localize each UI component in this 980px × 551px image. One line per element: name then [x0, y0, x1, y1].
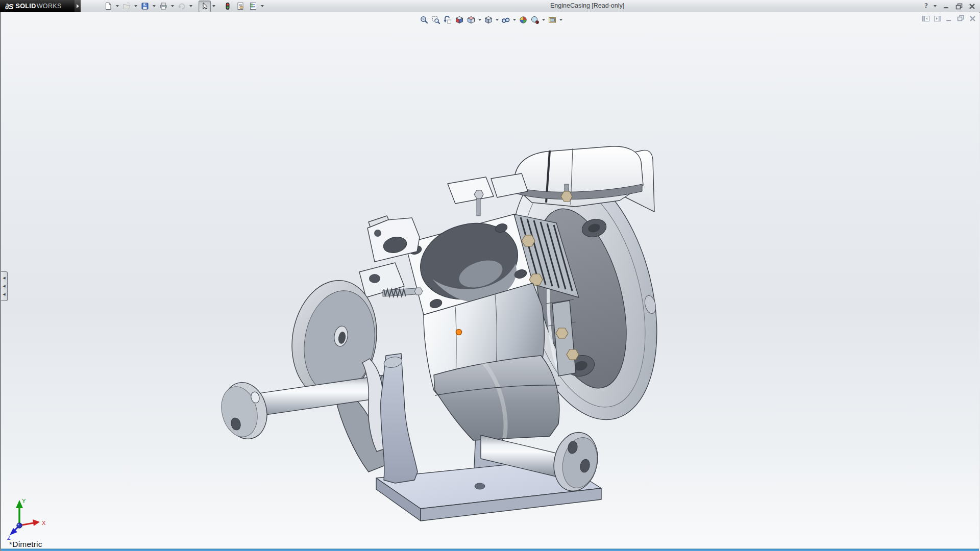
zoom-to-area-icon: [432, 16, 440, 24]
help-dropdown[interactable]: [933, 1, 938, 12]
view-settings-icon: [548, 16, 556, 24]
title-bar: ∂S SOLID WORKS: [0, 0, 980, 13]
ds-logo-mark: ∂S: [5, 2, 13, 11]
rebuild-button[interactable]: [222, 1, 234, 12]
print-dropdown[interactable]: [170, 1, 175, 12]
eyeglasses-icon: [501, 16, 510, 24]
apply-scene-dropdown[interactable]: [541, 15, 546, 24]
options-button[interactable]: [247, 1, 259, 12]
display-style-dropdown[interactable]: [495, 15, 499, 24]
brand-works: WORKS: [37, 3, 62, 10]
section-view-icon: [455, 16, 463, 24]
brand-solid: SOLID: [15, 3, 36, 10]
document-title: EngineCasing [Read-only]: [550, 2, 624, 9]
feature-pane-collapsed-tab[interactable]: ◀ ◀ ◀: [1, 271, 8, 301]
top-cover: [514, 146, 643, 207]
solidworks-logo: ∂S SOLID WORKS: [0, 0, 75, 12]
hide-show-items-button[interactable]: [500, 15, 511, 24]
open-folder-icon: [122, 2, 131, 10]
print-button[interactable]: [157, 1, 169, 12]
stand-front-bracket: [381, 354, 418, 483]
appearance-ball-icon: [519, 16, 527, 24]
graphics-area[interactable]: ◀ ◀ ◀: [0, 12, 979, 551]
pane-right-icon: [934, 15, 942, 22]
options-checklist-icon: [249, 2, 257, 10]
display-style-icon: [484, 16, 493, 24]
new-document-button[interactable]: [102, 1, 114, 12]
file-properties-button[interactable]: [234, 1, 247, 12]
select-dropdown[interactable]: [211, 1, 216, 12]
select-button[interactable]: [199, 1, 211, 12]
restore-icon: [955, 3, 963, 10]
view-orientation-dropdown[interactable]: [477, 15, 482, 24]
minimize-document-button[interactable]: [945, 14, 953, 22]
viewport-bottom-border: [1, 548, 979, 551]
close-icon: [969, 3, 975, 10]
previous-view-button[interactable]: [442, 15, 453, 24]
section-view-button[interactable]: [454, 15, 464, 24]
view-settings-button[interactable]: [547, 15, 557, 24]
reference-triad: Y X Z: [4, 496, 53, 547]
save-button[interactable]: [139, 1, 151, 12]
selection-point-marker[interactable]: [456, 330, 462, 335]
zoom-to-fit-button[interactable]: [419, 15, 429, 24]
display-style-button[interactable]: [483, 15, 494, 24]
minimize-button[interactable]: [942, 2, 950, 10]
apply-scene-icon: [531, 16, 539, 24]
minimize-document-icon: [946, 15, 952, 22]
apply-scene-button[interactable]: [529, 15, 540, 24]
close-document-button[interactable]: [968, 14, 977, 22]
rebuild-trafficlight-icon: [224, 2, 232, 10]
close-button[interactable]: [968, 2, 976, 10]
toggle-right-pane-button[interactable]: [933, 14, 942, 22]
open-button[interactable]: [120, 1, 133, 12]
select-cursor-icon: [201, 2, 209, 10]
document-window-controls: [921, 14, 977, 22]
save-floppy-icon: [141, 2, 149, 10]
hide-show-items-dropdown[interactable]: [512, 15, 517, 24]
engine-casing-model[interactable]: [215, 135, 675, 538]
x-axis-label: X: [42, 520, 46, 526]
file-properties-icon: [236, 2, 244, 10]
restore-document-button[interactable]: [957, 14, 965, 22]
zoom-to-area-button[interactable]: [430, 15, 441, 24]
undo-button[interactable]: [176, 1, 188, 12]
pane-left-icon: [922, 15, 930, 22]
close-document-icon: [969, 15, 976, 22]
heads-up-view-toolbar: [419, 15, 563, 24]
toggle-left-pane-button[interactable]: [921, 14, 930, 22]
open-dropdown[interactable]: [133, 1, 138, 12]
options-dropdown[interactable]: [260, 1, 265, 12]
zoom-to-fit-icon: [420, 16, 428, 24]
menu-expander-arrow[interactable]: [75, 0, 81, 12]
undo-dropdown[interactable]: [188, 1, 193, 12]
undo-arrow-icon: [178, 2, 186, 10]
new-document-icon: [104, 2, 112, 10]
minimize-icon: [943, 3, 949, 9]
help-button[interactable]: ?: [924, 2, 928, 10]
view-orientation-button[interactable]: [465, 15, 476, 24]
previous-view-icon: [444, 16, 452, 24]
restore-document-icon: [957, 15, 965, 22]
window-controls: ?: [924, 0, 976, 12]
print-icon: [159, 2, 167, 10]
view-settings-dropdown[interactable]: [558, 15, 563, 24]
edit-appearance-button[interactable]: [518, 15, 528, 24]
save-dropdown[interactable]: [152, 1, 157, 12]
view-orientation-icon: [467, 16, 475, 24]
restore-button[interactable]: [955, 2, 963, 10]
standard-toolbar: [102, 1, 265, 12]
y-axis-label: Y: [22, 498, 26, 504]
new-dropdown[interactable]: [115, 1, 120, 12]
